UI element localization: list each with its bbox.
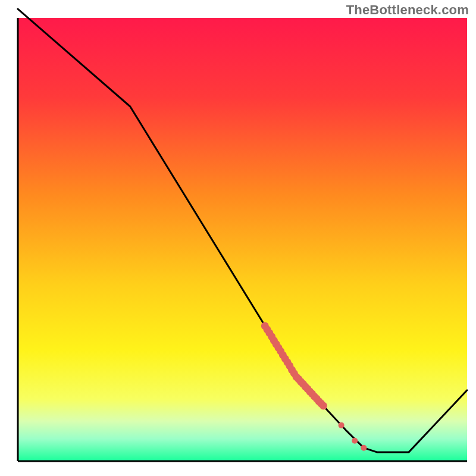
chart-svg <box>0 0 476 476</box>
extra-dot <box>339 422 345 428</box>
plot-background <box>18 18 467 461</box>
watermark-text: TheBottleneck.com <box>346 2 469 18</box>
extra-dot <box>361 445 367 451</box>
extra-dot <box>352 438 358 444</box>
highlight-dot <box>320 402 327 409</box>
bottleneck-chart: TheBottleneck.com <box>0 0 476 476</box>
